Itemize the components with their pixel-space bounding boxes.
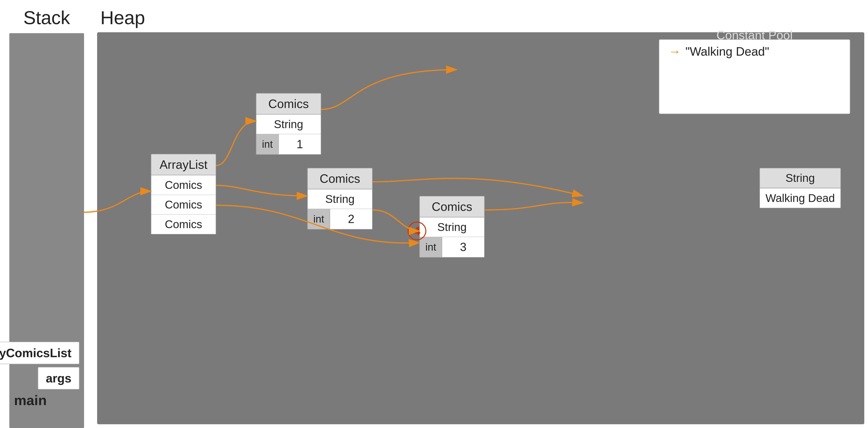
arraylist-row1-val: Comics	[151, 195, 216, 215]
comics2-box: Comics String int 2	[307, 168, 373, 230]
arrow-arraylist-row0-to-comics1	[216, 121, 256, 166]
comics3-int-row: int 3	[420, 237, 484, 257]
constant-pool-entry: → "Walking Dead"	[659, 40, 850, 63]
stack-panel: myComicsList args main	[9, 33, 84, 428]
comics2-int-row: int 2	[308, 209, 372, 229]
main-container: Stack myComicsList args main Heap Consta…	[0, 0, 868, 428]
comics2-header: Comics	[308, 168, 372, 189]
comics1-header: Comics	[256, 93, 321, 115]
comics1-string-val: String	[256, 115, 321, 134]
comics1-box: Comics String int 1	[256, 93, 321, 155]
stack-title: Stack	[23, 7, 70, 29]
comics1-int-row: int 1	[256, 134, 321, 154]
string-obj-box: String Walking Dead	[760, 168, 841, 208]
arraylist-row-2: Comics	[151, 215, 216, 234]
comics2-int-label: int	[308, 209, 330, 229]
comics1-int-label: int	[256, 134, 279, 154]
frame-label-main: main	[9, 392, 47, 408]
string-obj-row2: Walking Dead	[760, 189, 840, 208]
heap-panel: Constant Pool → "Walking Dead" ArrayList…	[97, 32, 864, 424]
arraylist-row0-val: Comics	[151, 175, 216, 195]
string-obj-row1: String	[760, 168, 840, 189]
arrow-arraylist-row1-to-comics2	[216, 186, 307, 196]
variable-mycomicslist: myComicsList	[0, 342, 80, 364]
string-obj-value: Walking Dead	[760, 189, 840, 208]
comics1-string-row: String	[256, 115, 321, 134]
comics2-string-row: String	[308, 189, 372, 209]
stack-frame-main: myComicsList args main	[9, 342, 84, 409]
constant-pool-label: Constant Pool	[716, 28, 793, 42]
arrow-comics3-string-to-stringobj	[485, 202, 583, 210]
arrow-mycomicslist-to-arraylist	[83, 191, 151, 212]
comics3-box: Comics String int 3	[419, 196, 485, 258]
arraylist-header: ArrayList	[151, 154, 216, 175]
circle-4: 4	[408, 222, 426, 240]
circle-value: 4	[414, 224, 421, 238]
cp-value: "Walking Dead"	[685, 45, 769, 58]
cp-arrow-icon: →	[669, 45, 681, 58]
comics3-header: Comics	[420, 196, 484, 218]
arrow-comics2-string-to-stringobj	[373, 178, 583, 196]
comics3-int-value: 3	[442, 237, 484, 257]
string-obj-type: String	[760, 168, 840, 188]
comics3-string-val: String	[420, 218, 484, 237]
heap-section: Heap Constant Pool → "Walking Dead" Arra…	[93, 0, 868, 428]
arraylist-box: ArrayList Comics Comics Comics	[151, 154, 216, 234]
comics3-string-row: String	[420, 218, 484, 237]
arraylist-row-1: Comics	[151, 195, 216, 215]
variable-args: args	[38, 367, 80, 390]
comics2-int-value: 2	[330, 209, 372, 229]
comics1-int-value: 1	[279, 134, 321, 154]
arraylist-row2-val: Comics	[151, 215, 216, 234]
arrow-comics1-string-to-cp	[321, 70, 457, 109]
comics3-int-label: int	[420, 237, 442, 257]
heap-title: Heap	[100, 7, 868, 29]
constant-pool-box: Constant Pool → "Walking Dead"	[659, 39, 850, 114]
comics2-string-val: String	[308, 189, 372, 209]
arraylist-row-0: Comics	[151, 175, 216, 195]
stack-section: Stack myComicsList args main	[0, 0, 93, 428]
